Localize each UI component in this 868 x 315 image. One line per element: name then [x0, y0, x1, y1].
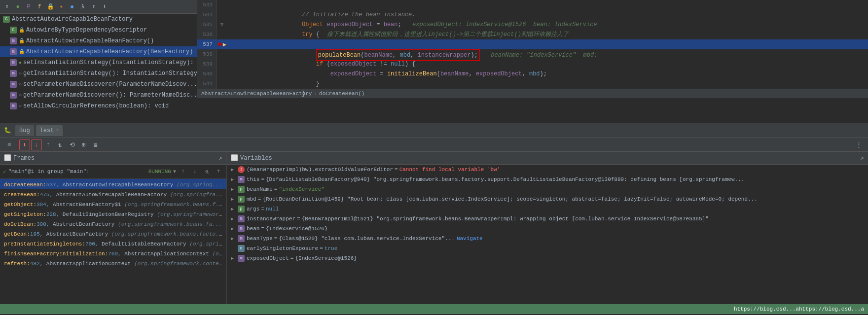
- gutter-538: [217, 49, 227, 59]
- frames-pin-icon[interactable]: ↗: [218, 154, 222, 162]
- lock-icon: 🔒: [19, 27, 25, 33]
- frames-down-btn[interactable]: ↓: [190, 167, 200, 176]
- var-icon-bean: m: [238, 225, 245, 232]
- expand-arrow-args[interactable]: ▶: [231, 206, 236, 212]
- frame-pkg-6: (org.spring...: [189, 241, 226, 247]
- var-name-bean: bean: [247, 226, 259, 232]
- class-item-getinst[interactable]: m ○ getInstantiationStrategy(): Instanti…: [0, 68, 197, 79]
- var-item-exposedobject[interactable]: ▶ m exposedObject = {IndexService@1526}: [227, 253, 868, 263]
- frame-item-8[interactable]: refresh:482, AbstractApplicationContext …: [0, 258, 226, 268]
- var-name-early: earlySingletonExposure: [247, 245, 318, 251]
- line-content-534: Object exposedObject = bean; exposedObje…: [227, 10, 868, 20]
- debug-btn-reset[interactable]: ⟲: [67, 140, 77, 150]
- toolbar-btn-4[interactable]: f: [35, 2, 44, 12]
- debug-btn-step-into[interactable]: ↓: [31, 140, 42, 150]
- toolbar-btn-6[interactable]: ✦: [56, 2, 66, 12]
- dot-empty4: ○: [19, 104, 22, 109]
- code-lines: 533 // Initialize the bean instance. 534…: [197, 0, 868, 89]
- var-item-instancewrapper[interactable]: ▶ m instanceWrapper = {BeanWrapperImpl@1…: [227, 214, 868, 224]
- line-content-540: }: [227, 69, 868, 79]
- navigate-link-beantype[interactable]: Navigate: [457, 236, 483, 242]
- code-line-535: 535 ▽ try { 接下来就进入属性赋值阶段，这里进入inject()->第…: [197, 20, 868, 30]
- debug-btn-step-over[interactable]: ⬇: [19, 140, 30, 150]
- line-content-539: exposedObject = initializeBean(beanName,…: [227, 59, 868, 69]
- debug-btn-more[interactable]: ⋮: [853, 140, 864, 150]
- var-val-beanname: "indexService": [279, 186, 324, 192]
- expand-arrow-beantype[interactable]: ▶: [231, 236, 236, 242]
- class-item-ctor1[interactable]: m 🔒 AbstractAutowireCapableBeanFactory(): [0, 35, 197, 46]
- dot-empty: ○: [19, 71, 22, 76]
- frame-item-4[interactable]: doGetBean:300, AbstractBeanFactory (org.…: [0, 218, 226, 228]
- expand-arrow-instancewrapper[interactable]: ▶: [231, 216, 236, 222]
- expand-arrow-this[interactable]: ▶: [231, 176, 236, 182]
- expand-arrow-error[interactable]: ▶: [231, 167, 236, 173]
- debug-btn-run-to[interactable]: ⇅: [55, 140, 66, 150]
- frame-item-1[interactable]: createBean:475, AbstractAutowireCapableB…: [0, 189, 226, 199]
- frame-item-2[interactable]: getObject:304, AbstractBeanFactory$1 (or…: [0, 199, 226, 209]
- frame-item-6[interactable]: preInstantiateSingletons:700, DefaultLis…: [0, 238, 226, 248]
- var-item-early[interactable]: ▶ o earlySingletonExposure = true: [227, 244, 868, 253]
- expand-arrow-exposedobject[interactable]: ▶: [231, 255, 236, 261]
- toolbar-btn-8[interactable]: λ: [78, 2, 88, 12]
- toolbar-btn-5[interactable]: 🔒: [45, 2, 55, 12]
- code-line-540: 540 }: [197, 69, 868, 79]
- expand-arrow-early[interactable]: ▶: [231, 245, 236, 251]
- frame-fn-0: doCreateBean:: [4, 182, 46, 188]
- frame-item-0[interactable]: doCreateBean:537, AbstractAutowireCapabl…: [0, 179, 226, 189]
- var-item-args[interactable]: ▶ p args = null: [227, 204, 868, 214]
- debug-btn-grid[interactable]: ⊞: [78, 140, 89, 150]
- frame-item-7[interactable]: finishBeanFactoryInitialization:760, Abs…: [0, 248, 226, 258]
- frame-fn-3: getSingleton:: [4, 211, 46, 217]
- frame-item-3[interactable]: getSingleton:228, DefaultSingletonBeanRe…: [0, 209, 226, 218]
- toolbar-btn-2[interactable]: ●: [13, 2, 23, 12]
- class-item-setinst[interactable]: m ● setInstantiationStrategy(Instantiati…: [0, 57, 197, 68]
- debug-btn-menu[interactable]: ≡: [4, 140, 15, 150]
- toolbar-btn-7[interactable]: ◆: [67, 2, 77, 12]
- variable-list: ▶ ! (BeanWrapperImpl)bw).extractOldValue…: [227, 165, 868, 304]
- class-item-setparam-label: setParameterNameDiscoverer(ParameterName…: [23, 81, 197, 88]
- thread-dropdown-arrow[interactable]: ▼: [173, 169, 176, 175]
- frame-item-5[interactable]: getBean:195, AbstractBeanFactory (org.sp…: [0, 228, 226, 238]
- var-item-bean[interactable]: ▶ m bean = {IndexService@1526}: [227, 224, 868, 234]
- tab-test[interactable]: Test ×: [36, 125, 63, 136]
- frames-add-btn[interactable]: +: [214, 167, 223, 176]
- debug-btn-step-out[interactable]: ↑: [43, 140, 54, 150]
- tab-test-label: Test: [40, 127, 54, 134]
- debug-btn-list[interactable]: ≣: [90, 140, 101, 150]
- class-item-autowire[interactable]: C 🔒 AutowireByTypeDependencyDescriptor: [0, 25, 197, 35]
- class-item-ctor1-label: AbstractAutowireCapableBeanFactory(): [26, 37, 154, 44]
- var-item-error[interactable]: ▶ ! (BeanWrapperImpl)bw).extractOldValue…: [227, 165, 868, 175]
- variables-pin-icon[interactable]: ↗: [860, 154, 864, 162]
- class-item-getparam[interactable]: m ○ getParameterNameDiscoverer(): Parame…: [0, 90, 197, 101]
- class-item-root[interactable]: C AbstractAutowireCapableBeanFactory: [0, 14, 197, 25]
- line-num-541: 541: [197, 79, 217, 89]
- frame-class-8: AbstractApplicationContext: [46, 261, 134, 267]
- code-line-533: 533 // Initialize the bean instance.: [197, 0, 868, 10]
- line-content-535: try { 接下来就进入属性赋值阶段，这里进入inject()->第二个重载in…: [227, 20, 868, 30]
- frame-pkg-4: (org.springframework.beans.fa...: [118, 221, 222, 227]
- frame-fn-1: createBean:: [4, 192, 40, 198]
- var-item-this[interactable]: ▶ m this = {DefaultListableBeanFactory@9…: [227, 175, 868, 184]
- class-item-setparam[interactable]: m ○ setParameterNameDiscoverer(Parameter…: [0, 79, 197, 90]
- class-item-ctor2[interactable]: m 🔒 AbstractAutowireCapableBeanFactory(B…: [0, 46, 197, 57]
- var-val-mbd: {RootBeanDefinition@1459} "Root bean: cl…: [262, 196, 757, 202]
- frames-filter-btn[interactable]: ⚗: [202, 167, 212, 176]
- tab-test-close[interactable]: ×: [56, 128, 59, 133]
- class-item-setallow[interactable]: m ○ setAllowCircularReferences(boolean):…: [0, 101, 197, 111]
- var-icon-early: o: [238, 245, 245, 252]
- var-item-mbd[interactable]: ▶ p mbd = {RootBeanDefinition@1459} "Roo…: [227, 194, 868, 204]
- expand-arrow-beanname[interactable]: ▶: [231, 186, 236, 192]
- var-item-beanname[interactable]: ▶ p beanName = "indexService": [227, 184, 868, 194]
- toolbar-btn-9[interactable]: ⬆: [89, 2, 99, 12]
- var-item-beantype[interactable]: ▶ m beanType = {Class@1520} "class com.l…: [227, 234, 868, 244]
- toolbar-btn-10[interactable]: ⬇: [100, 2, 109, 12]
- thread-selector[interactable]: ✓ "main"@1 in group "main": RUNNING ▼ ↑ …: [0, 165, 226, 179]
- tab-bug[interactable]: Bug: [15, 125, 34, 136]
- expand-arrow-bean[interactable]: ▶: [231, 226, 236, 232]
- toolbar-btn-3[interactable]: P: [24, 2, 34, 12]
- badge-c2: C: [10, 27, 17, 34]
- toolbar-btn-1[interactable]: ⬆: [2, 2, 12, 12]
- frames-up-btn[interactable]: ↑: [178, 167, 188, 176]
- expand-arrow-mbd[interactable]: ▶: [231, 196, 236, 202]
- frame-class-4: AbstractBeanFactory: [53, 221, 118, 227]
